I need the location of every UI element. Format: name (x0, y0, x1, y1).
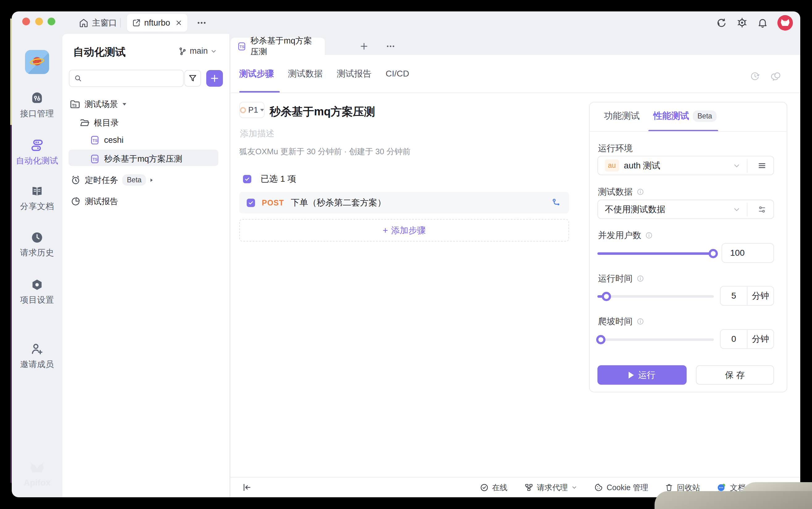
test-data-settings-icon[interactable] (757, 205, 767, 214)
add-step-button[interactable]: + 添加步骤 (239, 219, 569, 242)
environment-manage-icon[interactable] (757, 161, 767, 170)
step-checkbox[interactable] (247, 199, 255, 207)
window-close-button[interactable] (22, 18, 30, 25)
apifox-brand-label: Apifox (24, 478, 50, 488)
tree-item-ceshi[interactable]: TS ceshi (90, 135, 124, 145)
tree-item-scheduled-tasks[interactable]: 定时任务 Beta (70, 174, 153, 186)
document-tabs-more-button[interactable] (382, 38, 399, 54)
rail-item-label: 分享文档 (20, 201, 54, 212)
extract-flow-icon[interactable] (551, 197, 562, 208)
history-icon[interactable] (750, 71, 760, 82)
shared-docs-icon (30, 184, 44, 198)
tree-item-test-scenarios[interactable]: TS 测试场景 (69, 99, 127, 110)
environment-select[interactable]: au auth 测试 (597, 156, 774, 175)
tab-main-window-label: 主窗口 (92, 17, 117, 28)
cookie-manager[interactable]: Cookie 管理 (594, 482, 648, 493)
priority-selector[interactable]: P1 (239, 102, 264, 118)
request-proxy-menu[interactable]: 请求代理 (524, 482, 577, 493)
selection-summary-label: 已选 1 项 (260, 173, 296, 185)
rail-item-shared-docs[interactable]: 分享文档 (12, 184, 62, 212)
rail-item-label: 接口管理 (20, 108, 54, 119)
chevron-down-icon (571, 484, 577, 490)
close-icon[interactable] (175, 19, 183, 27)
test-data-label: 测试数据 (598, 186, 644, 198)
content-corner-icons (750, 71, 782, 82)
slider-handle[interactable] (602, 292, 611, 301)
duration-slider[interactable] (597, 295, 714, 298)
scenario-search[interactable] (69, 70, 184, 87)
titlebar-more-button[interactable] (196, 11, 207, 34)
tab-cicd[interactable]: CI/CD (386, 69, 409, 79)
new-document-tab-button[interactable] (356, 38, 372, 54)
scenario-folder-icon: TS (69, 99, 81, 110)
duration-input[interactable]: 5 分钟 (720, 286, 774, 306)
filter-button[interactable] (184, 70, 201, 87)
environment-badge: au (605, 160, 619, 171)
run-button[interactable]: 运行 (597, 365, 687, 385)
tab-main-window[interactable]: 主窗口 (79, 11, 117, 34)
project-logo[interactable] (25, 50, 49, 74)
ramp-up-input[interactable]: 0 分钟 (720, 329, 774, 349)
app-window: 主窗口 nfturbo (12, 11, 800, 497)
rail-item-label: 邀请成员 (20, 359, 54, 370)
collapse-sidebar-button[interactable] (242, 478, 252, 497)
tab-functional-test[interactable]: 功能测试 (604, 110, 640, 122)
info-icon[interactable] (636, 188, 644, 196)
select-all-checkbox[interactable] (243, 175, 251, 183)
rail-item-api-management[interactable]: 接口管理 (12, 92, 62, 119)
tree-item-root-folder[interactable]: 根目录 (80, 117, 119, 128)
concurrent-users-slider[interactable] (597, 252, 714, 255)
cookie-icon (594, 483, 603, 492)
info-icon[interactable] (636, 275, 644, 282)
duration-unit: 分钟 (747, 286, 773, 305)
sync-icon[interactable] (716, 17, 727, 28)
rail-item-label: 项目设置 (20, 294, 54, 305)
scenario-title[interactable]: 秒杀基于mq方案压测 (270, 104, 375, 120)
notifications-bell-icon[interactable] (757, 17, 768, 28)
caret-down-icon[interactable] (123, 103, 126, 105)
titlebar-actions (716, 11, 793, 34)
document-tab-active[interactable]: TS 秒杀基于mq方案压测 (231, 38, 325, 55)
new-scenario-button[interactable] (206, 70, 223, 87)
window-zoom-button[interactable] (48, 18, 55, 25)
desktop-corner-shape-lower (655, 491, 812, 509)
duration-label: 运行时间 (598, 273, 644, 284)
rail-item-project-settings[interactable]: 项目设置 (12, 278, 62, 305)
tree-item-test-reports[interactable]: 测试报告 (70, 196, 118, 207)
tab-test-reports[interactable]: 测试报告 (337, 68, 371, 79)
info-icon[interactable] (645, 231, 653, 239)
window-minimize-button[interactable] (35, 18, 43, 25)
tab-project-nfturbo[interactable]: nfturbo (127, 14, 187, 32)
git-branch-icon (178, 46, 187, 56)
scenario-meta: 狐友OXMu 更新于 30 分钟前 · 创建于 30 分钟前 (239, 146, 411, 157)
tab-test-data[interactable]: 测试数据 (288, 68, 323, 79)
description-placeholder[interactable]: 添加描述 (240, 128, 275, 139)
cookie-label: Cookie 管理 (607, 482, 648, 493)
slider-handle[interactable] (709, 249, 718, 258)
priority-dot-icon (240, 107, 246, 113)
tree-item-seckill-scenario[interactable]: TS 秒杀基于mq方案压测 (90, 153, 183, 164)
test-data-select[interactable]: 不使用测试数据 (597, 200, 774, 219)
info-icon[interactable] (636, 317, 644, 326)
slider-handle[interactable] (596, 335, 605, 344)
user-avatar[interactable] (777, 15, 793, 31)
save-button[interactable]: 保 存 (696, 365, 774, 385)
tree-item-label: 测试报告 (85, 196, 118, 207)
proxy-label: 请求代理 (537, 482, 568, 493)
caret-right-icon[interactable] (151, 178, 153, 182)
tab-test-steps[interactable]: 测试步骤 (239, 68, 274, 79)
test-step-row[interactable]: POST 下单（秒杀第二套方案） (239, 192, 569, 213)
rail-item-invite-members[interactable]: 邀请成员 (12, 342, 62, 370)
rail-item-automated-testing[interactable]: 自动化测试 (12, 138, 62, 166)
search-input[interactable] (85, 74, 188, 83)
branch-selector[interactable]: main (178, 46, 217, 56)
save-button-label: 保 存 (725, 369, 745, 381)
conversation-icon[interactable] (771, 71, 782, 82)
rail-item-request-history[interactable]: 请求历史 (12, 231, 62, 258)
selection-summary-row: 已选 1 项 (243, 173, 296, 185)
settings-gear-icon[interactable] (736, 17, 748, 28)
concurrent-users-input[interactable]: 100 (722, 243, 774, 263)
ramp-up-slider[interactable] (597, 338, 714, 341)
online-status[interactable]: 在线 (480, 482, 507, 493)
tab-performance-test[interactable]: 性能测试 (653, 110, 689, 122)
